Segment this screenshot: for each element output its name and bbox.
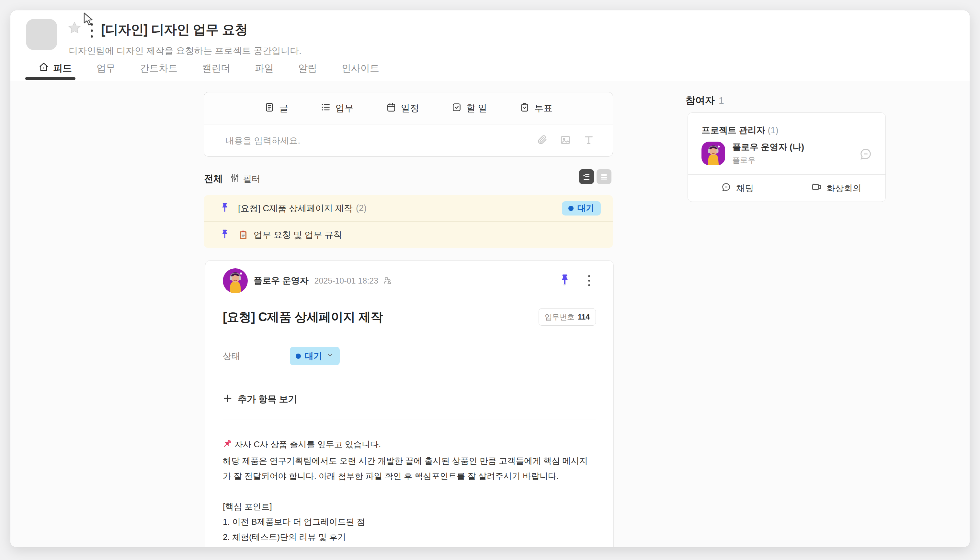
post-icon [264,102,275,115]
tab-files[interactable]: 파일 [255,62,274,75]
status-badge: 대기 [562,201,601,215]
composer-action-label: 글 [279,102,288,114]
body-text: 자사 C사 상품 출시를 앞두고 있습니다. [234,440,381,449]
pinned-item-count: (2) [356,203,367,213]
post-author-name[interactable]: 플로우 운영자 [254,275,309,287]
tab-label: 파일 [255,62,274,75]
status-dot [568,206,573,211]
project-description: 디자인팀에 디자인 제작을 요청하는 프로젝트 공간입니다. [69,45,302,57]
pinned-item-title: [요청] C제품 상세페이지 제작 [238,203,353,214]
tab-gantt[interactable]: 간트차트 [140,62,178,75]
post-more-menu-icon[interactable] [588,275,590,286]
app-window: [디자인] 디자인 업무 요청 디자인팀에 디자인 제작을 요청하는 프로젝트 … [10,10,970,547]
mouse-cursor [83,12,95,28]
body-line: 3. 특허 인증 마크 [223,545,596,547]
post-timestamp: 2025-10-01 18:23 [314,276,378,285]
status-dot [296,353,301,359]
tab-insights[interactable]: 인사이트 [342,62,379,75]
tab-notifications[interactable]: 알림 [298,62,317,75]
tab-feed[interactable]: 피드 [38,62,72,75]
divider [223,419,596,419]
post-header: 플로우 운영자 2025-10-01 18:23 [223,268,596,293]
divider [223,335,596,335]
composer-action-todo[interactable]: 할 일 [452,102,487,115]
body-line: 2. 체험(테스트)단의 리뷰 및 후기 [223,530,596,545]
body-spacer [223,484,596,499]
project-title: [디자인] 디자인 업무 요청 [101,21,247,38]
task-number-label: 업무번호 [545,312,575,322]
todo-check-icon [452,102,462,115]
participant-name: 플로우 운영자 (나) [732,141,804,153]
chat-icon [721,182,732,195]
filter-button[interactable]: 필터 [230,173,261,185]
composer-placeholder: 내용을 입력하세요. [226,135,300,147]
status-badge-label: 대기 [578,203,594,214]
image-icon[interactable] [560,134,571,147]
post-header-actions [558,268,590,293]
composer-action-label: 투표 [534,102,553,114]
pinned-item[interactable]: 업무 요청 및 업무 규칙 [204,221,613,248]
participant-row[interactable]: 플로우 운영자 (나) 플로우 [701,141,804,165]
participants-title: 참여자 [686,95,715,106]
post-title: [요청] C제품 상세페이지 제작 [223,309,383,325]
video-button-label: 화상회의 [827,182,862,194]
post-title-row: [요청] C제품 상세페이지 제작 업무번호 114 [223,308,596,326]
status-dropdown[interactable]: 대기 [290,347,340,365]
list-detail-view-toggle[interactable] [579,169,594,184]
tab-tasks[interactable]: 업무 [96,62,115,75]
sliders-filter-icon [230,173,240,185]
pinned-posts: [요청] C제품 상세페이지 제작 (2) 대기 업무 요청 및 업무 규칙 [204,195,613,248]
composer-action-label: 일정 [401,102,419,114]
group-label: 프로젝트 관리자 [701,125,765,135]
post-composer: 글 업무 일정 할 일 투표 내용을 입력하세요. [204,92,613,157]
composer-tools [537,125,595,157]
compact-view-toggle[interactable] [596,169,611,184]
tab-calendar[interactable]: 캘린더 [202,62,230,75]
body-line: 자사 C사 상품 출시를 앞두고 있습니다. [223,437,596,453]
show-more-fields-button[interactable]: 추가 항목 보기 [223,393,596,405]
participants-heading: 참여자1 [686,94,724,107]
shared-members-icon[interactable] [383,276,392,285]
body-line: 해당 제품은 연구기획팀에서도 오랜 시간 개발한 끝에 출시된 상품인 만큼 … [223,453,596,484]
pushpin-emoji [223,438,233,453]
composer-action-post[interactable]: 글 [264,102,288,115]
project-tabbar: 피드 업무 간트차트 캘린더 파일 알림 인사이트 [38,62,379,75]
task-list-icon [321,102,331,115]
body-line: [핵심 포인트] [223,499,596,514]
author-avatar[interactable] [223,268,248,293]
active-tab-indicator [25,77,75,80]
status-row: 상태 대기 [223,347,596,365]
project-thumbnail[interactable] [26,19,57,50]
tab-label: 피드 [53,62,72,75]
show-more-fields-label: 추가 항목 보기 [238,393,297,405]
clipboard-emoji [238,230,248,240]
composer-action-schedule[interactable]: 일정 [386,102,419,115]
composer-action-task[interactable]: 업무 [321,102,354,115]
composer-input[interactable]: 내용을 입력하세요. [204,125,613,157]
view-toggles [579,169,611,184]
chat-button[interactable]: 채팅 [688,175,787,202]
tab-label: 간트차트 [140,62,178,75]
task-number-chip: 업무번호 114 [538,308,596,326]
video-call-button[interactable]: 화상회의 [787,175,886,202]
pin-icon [219,229,230,241]
pin-icon [219,202,230,215]
composer-action-vote[interactable]: 투표 [520,102,553,115]
chat-bubble-icon[interactable] [858,147,873,163]
text-style-icon[interactable] [583,134,595,147]
chevron-down-icon [326,351,334,361]
task-number-value: 114 [578,313,590,322]
participant-actions: 채팅 화상회의 [688,174,885,202]
tab-label: 인사이트 [342,62,379,75]
favorite-star-icon[interactable] [67,21,81,35]
composer-action-tabs: 글 업무 일정 할 일 투표 [204,92,613,125]
status-value: 대기 [305,350,322,362]
pinned-pin-icon[interactable] [558,273,571,288]
tab-label: 캘린더 [202,62,230,75]
pinned-item[interactable]: [요청] C제품 상세페이지 제작 (2) 대기 [204,195,613,221]
filter-all-label[interactable]: 전체 [204,172,223,185]
plus-icon [223,393,233,405]
calendar-icon [386,102,396,115]
attach-icon[interactable] [537,134,548,147]
filter-label: 필터 [243,173,261,185]
